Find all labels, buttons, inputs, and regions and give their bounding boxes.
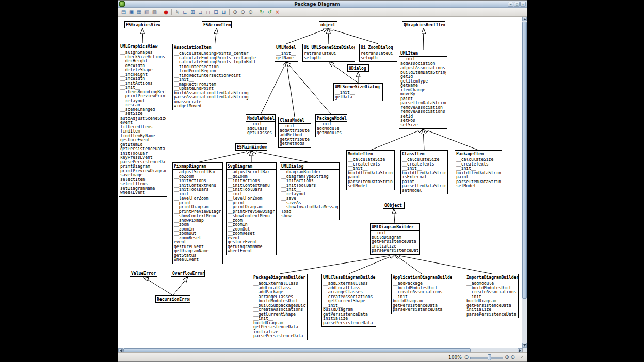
horizontal-scrollbar[interactable]: [118, 348, 522, 352]
uml-class-packagemodel[interactable]: PackageModel__init__addModulegetModules: [315, 114, 347, 137]
uml-class-umlclassdiagrambuilder[interactable]: UMLClassDiagramBuilder__addExternalClass…: [321, 274, 376, 327]
zoom-slider-handle[interactable]: [488, 354, 491, 360]
uml-class-qobject[interactable]: QObject: [383, 202, 405, 209]
uml-class-e5mainwindow[interactable]: E5MainWindow: [235, 143, 267, 151]
uml-class-name: OverflowError: [171, 270, 204, 276]
paperclip-icon[interactable]: §: [173, 8, 181, 15]
save-icon[interactable]: ▣: [127, 8, 135, 15]
uml-class-ui_umlscenesizedialog[interactable]: Ui_UMLSceneSizeDialogretranslateUisetupU…: [302, 44, 355, 62]
uml-member: __buildSubpackagesDict: [253, 304, 306, 308]
relayout-icon[interactable]: ↺: [266, 8, 273, 15]
uml-member: __initContextMenu: [174, 184, 221, 188]
uml-class-recursionerror[interactable]: RecursionError: [155, 295, 190, 303]
toolbar-separator: [256, 9, 256, 15]
uml-class-associationitem[interactable]: AssociationItem__calculateEndingPoints_c…: [172, 44, 257, 110]
uml-class-umlmodel[interactable]: UMLModel__init__getName: [275, 44, 298, 62]
uml-class-applicationdiagrambuilder[interactable]: ApplicationDiagramBuilder__addPackage__b…: [391, 274, 452, 314]
diagram-canvas[interactable]: E5GraphicsViewE5ArrowItemobjectQGraphics…: [118, 17, 522, 348]
zoom-in-icon[interactable]: ⊕: [231, 8, 239, 15]
uml-class-members: __addExternalClass__addLocalClass__addPa…: [252, 281, 307, 340]
uml-member: addModule: [317, 127, 346, 131]
uml-member: __showPixmap: [174, 219, 221, 223]
zoom-in-icon[interactable]: ⊕: [505, 354, 509, 360]
uml-member: wheelEvent: [174, 258, 221, 262]
uml-class-object[interactable]: object: [319, 21, 337, 28]
uml-class-umlgraphicsview[interactable]: UMLGraphicsView__alignShapes__checkSizeA…: [119, 43, 167, 197]
uml-class-overflowerror[interactable]: OverflowError: [171, 270, 205, 277]
zoom-out-icon[interactable]: ⊖: [464, 354, 469, 360]
uml-class-umldiagrambuilder[interactable]: UMLDiagramBuilder__init__buildDiagramget…: [370, 223, 420, 255]
uml-member: __decWidth: [120, 64, 166, 69]
save-as-icon[interactable]: ▦: [135, 8, 143, 15]
uml-class-svgdiagram[interactable]: SvgDiagram__adjustScrollBar__doZoom__ini…: [226, 162, 277, 255]
uml-member: itemChange: [400, 88, 446, 93]
align-bottom-icon[interactable]: ⊔: [220, 8, 228, 15]
uml-class-e5arrowitem[interactable]: E5ArrowItem: [202, 21, 232, 28]
uml-class-members: __calculateSize__createTexts__init__buil…: [455, 157, 502, 190]
vertical-scrollbar-track[interactable]: [522, 21, 527, 343]
uml-member: widgetMoved: [174, 104, 256, 109]
stop-icon[interactable]: ●: [162, 8, 170, 15]
close-button[interactable]: ×: [520, 2, 526, 7]
uml-member: __zoomReset: [228, 232, 275, 236]
uml-member: parseItemDataString: [400, 101, 446, 106]
print-icon[interactable]: ▤: [120, 8, 127, 15]
inheritance-edge: [423, 129, 424, 150]
refresh-icon[interactable]: ↻: [258, 8, 266, 15]
save-image-icon[interactable]: ▧: [143, 8, 151, 15]
uml-class-valueerror[interactable]: ValueError: [130, 270, 157, 277]
uml-class-ui_zoomdialog[interactable]: Ui_ZoomDialogretranslateUisetupUi: [359, 44, 397, 62]
uml-member: __init__: [323, 304, 375, 308]
uml-member: parsePersistenceData: [466, 312, 517, 317]
uml-class-classmodel[interactable]: ClassModel__init__addAttributeaddMethodg…: [278, 117, 311, 148]
horizontal-scrollbar-track[interactable]: [123, 348, 518, 352]
vertical-scrollbar[interactable]: [522, 17, 527, 348]
uml-class-umldialog[interactable]: UMLDialog__diagramBuilder__diagramTypeSt…: [280, 162, 340, 220]
zoom-out-icon[interactable]: ⊖: [239, 8, 247, 15]
uml-class-members: __init__addModulegetModules: [316, 122, 347, 137]
uml-class-name: PixmapDiagram: [173, 163, 222, 170]
uml-class-moduleitem[interactable]: ModuleItem__calculateSize__createTexts__…: [346, 150, 395, 190]
align-center-horizontal-icon[interactable]: ⊞: [189, 8, 197, 15]
uml-class-qgraphicsrectitem[interactable]: QGraphicsRectItem: [402, 21, 445, 28]
delete-icon[interactable]: ×: [273, 8, 281, 15]
uml-class-pixmapdiagram[interactable]: PixmapDiagram__adjustScrollBar__doZoom__…: [172, 162, 223, 264]
minimize-button[interactable]: −: [508, 2, 513, 7]
uml-class-qdialog[interactable]: QDialog: [347, 64, 369, 72]
zoom-reset-icon[interactable]: ⊙: [247, 8, 254, 15]
vertical-scrollbar-thumb[interactable]: [522, 22, 527, 299]
uml-class-name: E5GraphicsView: [125, 22, 160, 28]
uml-member: __levelForZoom: [174, 196, 221, 201]
zoom-slider-track[interactable]: [470, 357, 503, 359]
uml-class-packageitem[interactable]: PackageItem__calculateSize__createTexts_…: [455, 150, 502, 190]
uml-class-packagediagrambuilder[interactable]: PackageDiagramBuilder__addExternalClass_…: [252, 274, 308, 340]
inheritance-edge: [143, 277, 173, 295]
maximize-button[interactable]: □: [514, 2, 520, 7]
uml-member: __init__: [466, 295, 517, 300]
uml-class-umlitem[interactable]: UMLItem__init__addAssociationadjustAssoc…: [399, 50, 447, 129]
uml-class-umlscenesizedialog[interactable]: UMLSceneSizeDialog__init__getData: [333, 83, 383, 101]
align-top-icon[interactable]: ⊓: [204, 8, 212, 15]
uml-member: __deleteShape: [120, 68, 166, 73]
uml-member: __findPointRegion: [174, 69, 256, 74]
titlebar[interactable]: Package Diagram − □ ×: [118, 1, 527, 8]
align-left-icon[interactable]: ⊏: [181, 8, 189, 15]
scroll-up-icon[interactable]: [522, 17, 527, 21]
resize-grip[interactable]: [521, 356, 526, 361]
uml-member: __levelForZoom: [228, 196, 275, 201]
uml-class-members: __adjustScrollBar__doZoom__initActions__…: [227, 170, 276, 255]
zoom-reset-icon[interactable]: ⊙: [511, 354, 515, 360]
horizontal-scrollbar-thumb[interactable]: [123, 348, 471, 352]
align-right-icon[interactable]: ⊐: [197, 8, 204, 15]
print-preview-icon[interactable]: ▥: [151, 8, 158, 15]
uml-member: __addLocalClass: [253, 286, 306, 291]
scroll-down-icon[interactable]: [522, 343, 527, 348]
zoom-slider[interactable]: [470, 354, 503, 360]
uml-class-classitem[interactable]: ClassItem__calculateSize__createTexts__i…: [400, 150, 448, 194]
uml-class-modulemodel[interactable]: ModuleModel__init__addClassgetClasses: [246, 114, 276, 137]
uml-class-importsdiagrambuilder[interactable]: ImportsDiagramBuilder__addModule__buildM…: [465, 274, 519, 318]
align-center-vertical-icon[interactable]: ⊟: [212, 8, 220, 15]
uml-member: getDiagramName: [228, 245, 275, 250]
uml-class-members: __adjustScrollBar__doZoom__initActions__…: [173, 170, 222, 264]
uml-class-e5graphicsview[interactable]: E5GraphicsView: [124, 21, 160, 28]
